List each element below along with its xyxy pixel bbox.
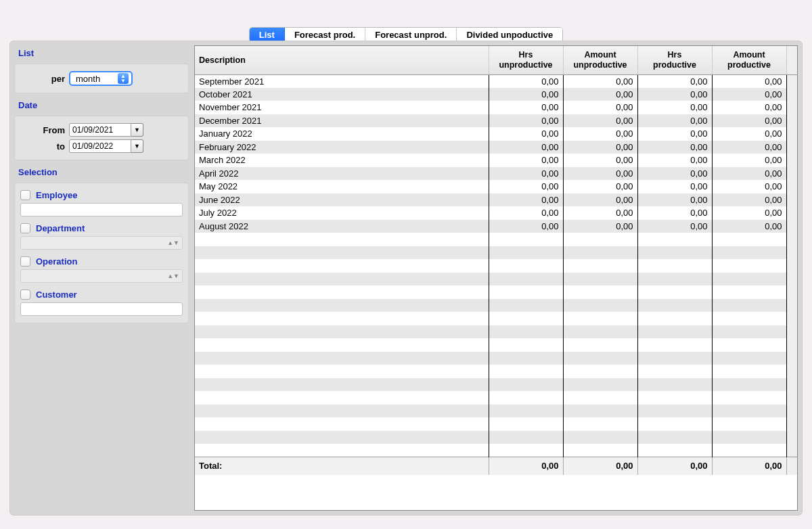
table-row[interactable]: March 20220,000,000,000,00 xyxy=(195,154,797,167)
cell-amount-productive: 0,00 xyxy=(712,220,786,233)
cell-amount-unproductive: 0,00 xyxy=(563,88,637,101)
cell-description: September 2021 xyxy=(195,74,489,88)
from-date-picker-button[interactable]: ▼ xyxy=(131,123,143,137)
cell-description: March 2022 xyxy=(195,154,489,167)
table-row-empty xyxy=(195,273,797,286)
cell-amount-productive: 0,00 xyxy=(712,74,786,88)
operation-label: Operation xyxy=(36,256,77,267)
cell-amount-unproductive: 0,00 xyxy=(563,141,637,154)
cell-hrs-productive: 0,00 xyxy=(637,74,712,88)
chevron-updown-icon: ▲▼ xyxy=(167,239,179,246)
table-row[interactable]: January 20220,000,000,000,00 xyxy=(195,127,797,141)
col-header-amount-productive[interactable]: Amount productive xyxy=(712,46,786,74)
scrollbar-gutter xyxy=(786,88,797,101)
table-row-empty xyxy=(195,299,797,313)
table-row-empty xyxy=(195,259,797,273)
table-row[interactable]: May 20220,000,000,000,00 xyxy=(195,180,797,193)
customer-input[interactable] xyxy=(20,302,183,316)
col-header-description[interactable]: Description xyxy=(195,46,489,74)
col-header-hrs-productive[interactable]: Hrs productive xyxy=(637,46,712,74)
cell-amount-productive: 0,00 xyxy=(712,127,786,141)
cell-amount-productive: 0,00 xyxy=(712,154,786,167)
footer-amount-unproductive: 0,00 xyxy=(563,457,637,475)
cell-amount-productive: 0,00 xyxy=(712,101,786,114)
tab-divided-unproductive[interactable]: Divided unpoductive xyxy=(457,28,562,42)
table-row[interactable]: June 20220,000,000,000,00 xyxy=(195,193,797,207)
cell-hrs-unproductive: 0,00 xyxy=(489,180,563,193)
table-row-empty xyxy=(195,365,797,378)
table-body: September 20210,000,000,000,00October 20… xyxy=(195,74,797,457)
cell-hrs-unproductive: 0,00 xyxy=(489,154,563,167)
to-date-picker-button[interactable]: ▼ xyxy=(131,139,143,153)
cell-description: February 2022 xyxy=(195,141,489,154)
operation-select[interactable]: ▲▼ xyxy=(20,269,183,283)
table-row-empty xyxy=(195,417,797,431)
table-row[interactable]: November 20210,000,000,000,00 xyxy=(195,101,797,114)
per-select-value: month xyxy=(76,74,114,84)
table-row-empty xyxy=(195,312,797,325)
to-date-input[interactable] xyxy=(69,139,131,153)
scrollbar-gutter xyxy=(786,127,797,141)
sidebar: List per month ▲▼ Date From xyxy=(14,45,189,511)
from-date-input[interactable] xyxy=(69,123,131,137)
scrollbar-gutter xyxy=(786,154,797,167)
tab-label: Divided unpoductive xyxy=(466,30,553,40)
customer-checkbox[interactable] xyxy=(20,290,30,300)
to-label: to xyxy=(20,141,65,152)
col-header-hrs-unproductive[interactable]: Hrs unproductive xyxy=(489,46,563,74)
table-row[interactable]: September 20210,000,000,000,00 xyxy=(195,74,797,88)
cell-hrs-productive: 0,00 xyxy=(637,180,712,193)
chevron-updown-icon: ▲▼ xyxy=(167,273,179,279)
main-area: Description Hrs unproductive Amount unpr… xyxy=(194,45,798,511)
table-row-empty xyxy=(195,405,797,418)
operation-checkbox[interactable] xyxy=(20,256,30,267)
scrollbar-gutter xyxy=(786,74,797,88)
table-row-empty xyxy=(195,325,797,339)
cell-hrs-productive: 0,00 xyxy=(637,220,712,233)
cell-hrs-productive: 0,00 xyxy=(637,141,712,154)
cell-hrs-productive: 0,00 xyxy=(637,206,712,220)
table-row[interactable]: August 20220,000,000,000,00 xyxy=(195,220,797,233)
data-grid: Description Hrs unproductive Amount unpr… xyxy=(194,45,798,511)
employee-input[interactable] xyxy=(20,203,183,216)
cell-hrs-unproductive: 0,00 xyxy=(489,114,563,128)
scrollbar-gutter xyxy=(786,114,797,128)
tab-list[interactable]: List xyxy=(250,28,285,42)
table-row-empty xyxy=(195,233,797,246)
cell-amount-unproductive: 0,00 xyxy=(563,180,637,193)
col-header-amount-unproductive[interactable]: Amount unproductive xyxy=(563,46,637,74)
department-checkbox[interactable] xyxy=(20,223,30,233)
table-row[interactable]: February 20220,000,000,000,00 xyxy=(195,141,797,154)
department-select[interactable]: ▲▼ xyxy=(20,236,183,250)
table-row[interactable]: December 20210,000,000,000,00 xyxy=(195,114,797,128)
tab-label: Forecast prod. xyxy=(294,30,355,40)
cell-amount-unproductive: 0,00 xyxy=(563,154,637,167)
table-row-empty xyxy=(195,444,797,457)
scrollbar-gutter xyxy=(786,193,797,207)
content-window: List per month ▲▼ Date From xyxy=(9,41,803,515)
per-select[interactable]: month ▲▼ xyxy=(69,71,133,86)
section-title-list: List xyxy=(14,45,189,60)
cell-amount-productive: 0,00 xyxy=(712,206,786,220)
tab-label: Forecast unprod. xyxy=(375,30,447,40)
table-row[interactable]: July 20220,000,000,000,00 xyxy=(195,206,797,220)
table-row[interactable]: April 20220,000,000,000,00 xyxy=(195,167,797,181)
cell-hrs-productive: 0,00 xyxy=(637,167,712,181)
scrollbar-gutter xyxy=(786,220,797,233)
panel-selection: Employee Department ▲▼ Operation ▲▼ Cust… xyxy=(14,183,189,323)
cell-amount-unproductive: 0,00 xyxy=(563,206,637,220)
table-footer-row: Total: 0,00 0,00 0,00 0,00 xyxy=(195,457,797,475)
section-title-selection: Selection xyxy=(14,164,189,179)
cell-amount-unproductive: 0,00 xyxy=(563,193,637,207)
cell-amount-productive: 0,00 xyxy=(712,180,786,193)
table-header-row: Description Hrs unproductive Amount unpr… xyxy=(195,46,797,74)
tab-forecast-unprod[interactable]: Forecast unprod. xyxy=(365,28,457,42)
section-title-date: Date xyxy=(14,97,189,112)
footer-label: Total: xyxy=(195,457,489,475)
scrollbar-gutter xyxy=(786,457,797,475)
employee-checkbox[interactable] xyxy=(20,190,30,200)
cell-amount-productive: 0,00 xyxy=(712,141,786,154)
table-row[interactable]: October 20210,000,000,000,00 xyxy=(195,88,797,101)
tab-forecast-prod[interactable]: Forecast prod. xyxy=(285,28,365,42)
cell-hrs-unproductive: 0,00 xyxy=(489,167,563,181)
